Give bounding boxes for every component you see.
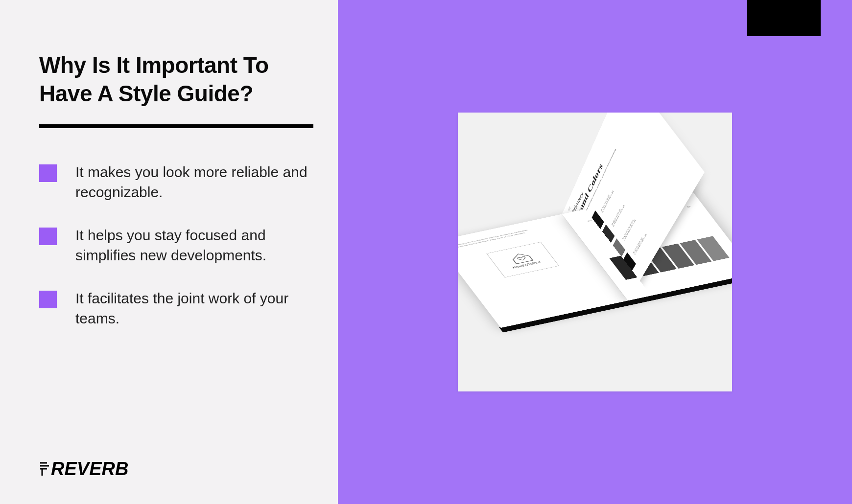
right-panel: Breathing room is required for the logo.… [338,0,852,504]
bullet-text: It makes you look more reliable and reco… [75,162,313,202]
scale-value: 80 [686,206,690,208]
bullet-square-icon [39,228,57,245]
swatch-meta: R 42 G 42 B 42C 70 M 64 Y 63 K 65 [612,203,625,228]
bullet-item: It helps you stay focused and simplifies… [39,226,313,265]
logo-mark-icon [39,460,51,479]
slide-heading: Why Is It Important To Have A Style Guid… [39,51,318,108]
book-mockup: Breathing room is required for the logo.… [458,113,732,391]
heading-underline [39,124,313,128]
left-panel: Why Is It Important To Have A Style Guid… [0,0,338,504]
logo-text: REVERB [51,458,128,480]
swatch-meta: R 17 G 17 B 17C 73 M 67 Y 65 K 82 [601,188,614,213]
swatch-meta: R 13 G 13 B 13C 74 M 68 Y 66 K 86 [633,232,647,256]
bullet-text: It helps you stay focused and simplifies… [75,226,313,265]
bullet-list: It makes you look more reliable and reco… [39,162,313,328]
bullet-item: It facilitates the joint work of your te… [39,289,313,328]
black-corner-accent [747,0,821,36]
bullet-square-icon [39,164,57,182]
brand-logo-box: HealthyTalbot [486,242,559,278]
page-number: 07 [568,206,571,212]
swatch-meta: R 111 G 111 B 111C 58 M 49 Y 48 K 16 [622,217,636,242]
bullet-item: It makes you look more reliable and reco… [39,162,313,202]
bullet-square-icon [39,291,57,308]
reverb-logo: REVERB [39,458,128,480]
bullet-text: It facilitates the joint work of your te… [75,289,313,328]
